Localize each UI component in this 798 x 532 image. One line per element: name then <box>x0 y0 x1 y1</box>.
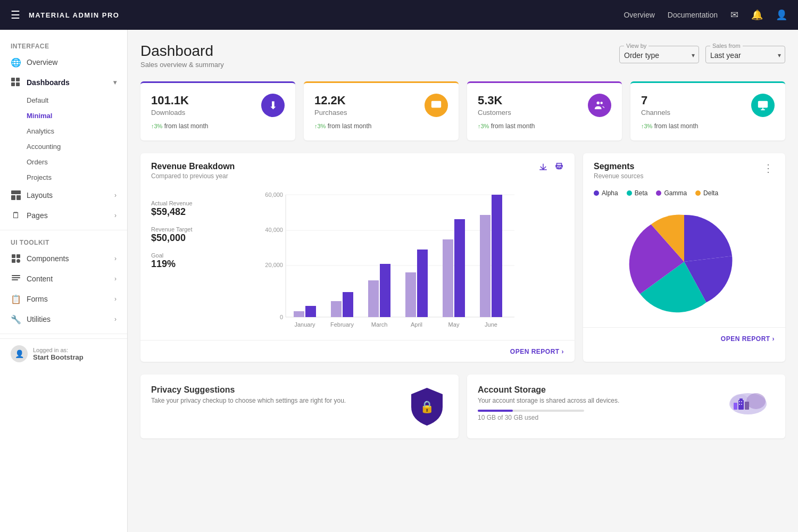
storage-used: 10 GB of 30 GB used <box>478 414 619 421</box>
legend-alpha-dot <box>594 190 599 196</box>
sidebar-forms-label: Forms <box>27 295 48 303</box>
segments-menu-icon[interactable]: ⋮ <box>763 162 775 174</box>
sidebar-item-pages[interactable]: 🗒 Pages › <box>0 205 127 226</box>
actual-revenue-value: $59,482 <box>151 206 210 218</box>
download-report-icon[interactable] <box>538 162 548 174</box>
dashboard-icon <box>11 77 21 88</box>
svg-rect-59 <box>741 404 742 405</box>
legend-gamma: Gamma <box>656 189 687 197</box>
sidebar-content-label: Content <box>27 275 53 283</box>
sidebar-item-dashboards[interactable]: Dashboards ▾ <box>0 72 127 93</box>
svg-rect-13 <box>12 279 18 280</box>
globe-icon: 🌐 <box>11 57 21 68</box>
segments-open-report-link[interactable]: OPEN REPORT <box>721 335 775 343</box>
channels-arrow: ↑3% <box>641 123 652 129</box>
page-title-area: Dashboard Sales overview & summary <box>140 43 224 69</box>
stat-card-channels: 7 Channels ↑3% from last month <box>630 81 785 140</box>
svg-rect-40 <box>417 250 428 317</box>
purchases-label: Purchases <box>314 109 347 117</box>
svg-text:40,000: 40,000 <box>265 227 283 233</box>
svg-rect-3 <box>16 82 20 86</box>
view-by-select[interactable]: Order type Product type Region <box>624 51 694 60</box>
page-subtitle: Sales overview & summary <box>140 61 224 69</box>
content-arrow: › <box>114 275 117 282</box>
svg-rect-45 <box>480 215 491 317</box>
logged-in-label: Logged in as: <box>33 347 84 353</box>
sidebar-item-overview[interactable]: 🌐 Overview <box>0 52 127 72</box>
page-header: Dashboard Sales overview & summary View … <box>140 43 785 69</box>
pages-arrow: › <box>114 212 117 219</box>
target-value: $50,000 <box>151 232 210 244</box>
shield-area: 🔒 <box>405 385 448 428</box>
storage-title: Account Storage <box>478 385 619 395</box>
sales-from-select[interactable]: Last year This year Last month This mont… <box>710 51 780 60</box>
svg-point-10 <box>16 259 20 263</box>
svg-rect-39 <box>405 272 416 317</box>
user-icon[interactable]: 👤 <box>776 9 787 21</box>
bar-chart-wrap: 60,000 40,000 20,000 0 January <box>220 189 564 340</box>
svg-rect-54 <box>745 402 749 410</box>
sidebar-sub-projects[interactable]: Projects <box>0 170 127 185</box>
legend-beta: Beta <box>627 189 648 197</box>
svg-text:🔒: 🔒 <box>420 400 435 414</box>
legend-alpha-label: Alpha <box>602 189 618 197</box>
page-title: Dashboard <box>140 43 224 60</box>
menu-icon[interactable]: ☰ <box>11 9 20 21</box>
components-arrow: › <box>114 255 117 262</box>
revenue-open-report-link[interactable]: OPEN REPORT <box>510 348 564 355</box>
sidebar-divider-2 <box>0 334 127 334</box>
svg-rect-7 <box>12 254 15 258</box>
nav-documentation[interactable]: Documentation <box>668 11 718 19</box>
view-by-legend: View by <box>624 43 649 49</box>
svg-rect-4 <box>11 190 21 194</box>
layout: Interface 🌐 Overview Dashboards ▾ Defaul… <box>0 30 798 532</box>
svg-rect-55 <box>734 403 737 410</box>
svg-point-15 <box>597 102 600 105</box>
user-name: Start Bootstrap <box>33 353 84 361</box>
sidebar-sub-orders[interactable]: Orders <box>0 154 127 170</box>
sidebar-sub-accounting[interactable]: Accounting <box>0 139 127 154</box>
topnav: ☰ MATERIAL ADMIN PRO Overview Documentat… <box>0 0 798 30</box>
goal-value: 119% <box>151 259 210 270</box>
segments-open-report-row: OPEN REPORT <box>583 327 785 349</box>
svg-text:June: June <box>485 321 497 328</box>
sidebar-sub-analytics[interactable]: Analytics <box>0 123 127 139</box>
svg-rect-8 <box>16 254 20 258</box>
sidebar-sub-minimal[interactable]: Minimal <box>0 108 127 123</box>
privacy-card-text: Privacy Suggestions Take your privacy ch… <box>151 385 346 410</box>
storage-subtitle: Your account storage is shared across al… <box>478 397 619 404</box>
sidebar-item-content[interactable]: Content › <box>0 269 127 289</box>
print-report-icon[interactable] <box>554 162 564 174</box>
svg-text:February: February <box>330 321 354 328</box>
layout-icon <box>11 190 21 201</box>
downloads-change-text: from last month <box>164 122 209 130</box>
privacy-subtitle: Take your privacy checkup to choose whic… <box>151 397 346 404</box>
revenue-subtitle: Compared to previous year <box>151 172 235 180</box>
sidebar-overview-label: Overview <box>27 58 57 66</box>
svg-rect-11 <box>12 275 20 276</box>
nav-overview[interactable]: Overview <box>624 11 654 19</box>
svg-rect-30 <box>294 311 304 317</box>
sidebar-item-layouts[interactable]: Layouts › <box>0 185 127 205</box>
svg-rect-57 <box>741 401 742 402</box>
legend-delta: Delta <box>695 189 718 197</box>
bar-chart-svg: 60,000 40,000 20,000 0 January <box>220 189 564 338</box>
segments-card-header: Segments Revenue sources ⋮ <box>583 153 785 184</box>
svg-rect-17 <box>758 101 768 108</box>
sidebar-item-forms[interactable]: 📋 Forms › <box>0 289 127 309</box>
shield-icon: 🔒 <box>410 387 444 427</box>
bell-icon[interactable]: 🔔 <box>751 9 763 21</box>
svg-point-16 <box>600 102 603 104</box>
layouts-arrow: › <box>114 192 117 199</box>
sidebar-item-components[interactable]: Components › <box>0 248 127 269</box>
view-by-fieldset: View by Order type Product type Region <box>619 43 699 63</box>
downloads-icon: ⬇ <box>261 94 285 117</box>
sidebar-item-utilities[interactable]: 🔧 Utilities › <box>0 309 127 329</box>
sidebar-sub-default[interactable]: Default <box>0 93 127 108</box>
legend-delta-label: Delta <box>703 189 718 197</box>
svg-rect-31 <box>305 306 316 317</box>
mail-icon[interactable]: ✉ <box>730 9 738 21</box>
downloads-arrow: ↑3% <box>151 123 162 129</box>
downloads-value: 101.1K <box>151 94 189 107</box>
cloud-icon <box>721 385 775 422</box>
